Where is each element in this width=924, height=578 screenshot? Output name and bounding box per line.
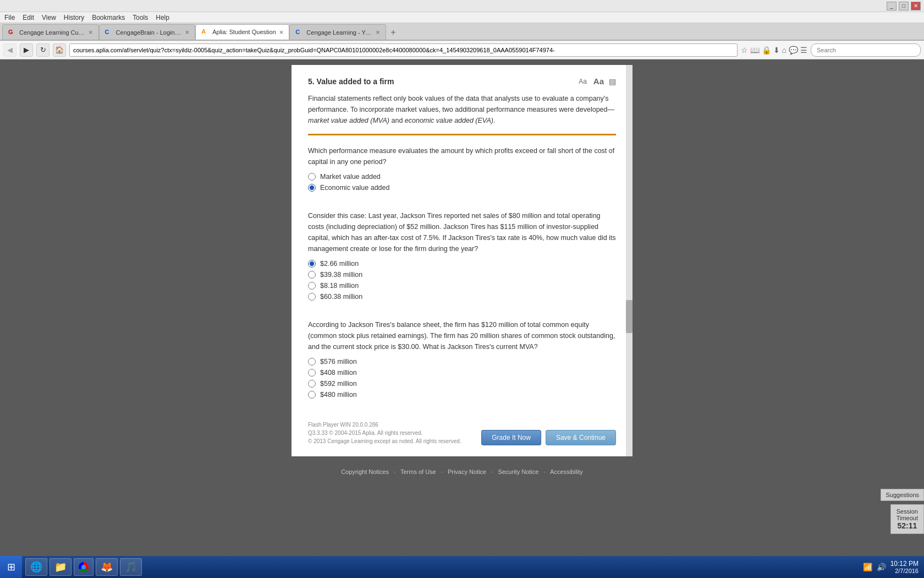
q3-option-a[interactable]: $576 million bbox=[308, 358, 616, 366]
taskbar-right: 📶 🔊 10:12 PM 2/7/2016 bbox=[857, 560, 924, 574]
menu-view[interactable]: View bbox=[42, 14, 56, 21]
reload-button[interactable]: ↻ bbox=[36, 43, 50, 57]
q1-label-a[interactable]: Market value added bbox=[320, 173, 381, 181]
menu-bookmarks[interactable]: Bookmarks bbox=[92, 14, 125, 21]
q3-label-a[interactable]: $576 million bbox=[320, 358, 357, 366]
print-icon[interactable]: ▤ bbox=[609, 77, 616, 86]
q2-label-c[interactable]: $8.18 million bbox=[320, 282, 359, 290]
q2-option-d[interactable]: $60.38 million bbox=[308, 293, 616, 301]
footer-buttons: Grade It Now Save & Continue bbox=[481, 430, 616, 445]
browser-titlebar: _ □ ✕ bbox=[0, 0, 924, 12]
q2-radio-d[interactable] bbox=[308, 293, 316, 301]
chat-icon[interactable]: 💬 bbox=[789, 46, 798, 54]
q2-label-d[interactable]: $60.38 million bbox=[320, 293, 362, 301]
question-title-text: Value added to a firm bbox=[317, 77, 394, 86]
tab-3-close[interactable]: × bbox=[279, 28, 284, 36]
address-icons: ☆ 📖 🔒 ⬇ ⌂ 💬 ☰ bbox=[741, 46, 807, 54]
suggestions-panel[interactable]: Suggestions bbox=[881, 489, 924, 501]
maximize-btn[interactable]: □ bbox=[899, 2, 909, 10]
q2-option-a[interactable]: $2.66 million bbox=[308, 260, 616, 268]
q3-radio-b[interactable] bbox=[308, 369, 316, 377]
home2-icon[interactable]: ⌂ bbox=[782, 46, 787, 54]
question-3-section: According to Jackson Tires's balance she… bbox=[308, 319, 616, 399]
menu-edit[interactable]: Edit bbox=[23, 14, 34, 21]
taskbar: ⊞ 🌐 📁 🦊 🎵 📶 🔊 10:12 PM 2/7/2016 bbox=[0, 556, 924, 578]
menu-history[interactable]: History bbox=[64, 14, 84, 21]
media-icon: 🎵 bbox=[125, 561, 137, 573]
q3-label-c[interactable]: $592 million bbox=[320, 380, 357, 388]
q1-radio-a[interactable] bbox=[308, 173, 316, 181]
tab-4-close[interactable]: × bbox=[376, 28, 380, 36]
tab-2-close[interactable]: × bbox=[185, 28, 190, 36]
q3-label-b[interactable]: $408 million bbox=[320, 369, 357, 377]
lock-icon[interactable]: 🔒 bbox=[762, 46, 771, 54]
bookmark-star-icon[interactable]: ☆ bbox=[741, 46, 748, 54]
clock: 10:12 PM 2/7/2016 bbox=[890, 560, 919, 574]
q1-radio-b[interactable] bbox=[308, 184, 316, 192]
taskbar-media-icon[interactable]: 🎵 bbox=[120, 558, 142, 576]
save-continue-button[interactable]: Save & Continue bbox=[546, 430, 616, 445]
passage-italic2: economic value added (EVA) bbox=[405, 117, 493, 124]
menu-file[interactable]: File bbox=[4, 14, 15, 21]
q3-radio-d[interactable] bbox=[308, 391, 316, 399]
q2-option-b[interactable]: $39.38 million bbox=[308, 271, 616, 279]
taskbar-chrome-icon[interactable] bbox=[74, 558, 94, 576]
tab-3[interactable]: A Aplia: Student Question × bbox=[195, 24, 289, 40]
q3-radio-c[interactable] bbox=[308, 380, 316, 388]
taskbar-ie-icon[interactable]: 🌐 bbox=[25, 558, 47, 576]
search-input[interactable] bbox=[811, 43, 921, 57]
menu-icon[interactable]: ☰ bbox=[800, 46, 807, 54]
q3-label-d[interactable]: $480 million bbox=[320, 391, 357, 399]
taskbar-folder-icon[interactable]: 📁 bbox=[50, 558, 72, 576]
footer-line1: Flash Player WIN 20.0.0.286 bbox=[308, 421, 461, 429]
footer-link-security[interactable]: Security Notice bbox=[498, 468, 538, 475]
quiz-container: 5. Value added to a firm Aa Aa ▤ Financi… bbox=[292, 65, 632, 456]
close-btn[interactable]: ✕ bbox=[911, 2, 921, 10]
footer-link-accessibility[interactable]: Accessibility bbox=[550, 468, 583, 475]
menu-help[interactable]: Help bbox=[156, 14, 169, 21]
footer-link-privacy[interactable]: Privacy Notice bbox=[448, 468, 486, 475]
download-icon[interactable]: ⬇ bbox=[773, 46, 780, 54]
q2-label-b[interactable]: $39.38 million bbox=[320, 271, 362, 279]
q3-option-d[interactable]: $480 million bbox=[308, 391, 616, 399]
q2-label-a[interactable]: $2.66 million bbox=[320, 260, 359, 268]
q3-option-c[interactable]: $592 million bbox=[308, 380, 616, 388]
scrollbar-thumb[interactable] bbox=[626, 300, 632, 333]
q2-radio-b[interactable] bbox=[308, 271, 316, 279]
minimize-btn[interactable]: _ bbox=[887, 2, 897, 10]
tab-2[interactable]: C CengageBrain - Login or Register × bbox=[99, 24, 196, 40]
forward-button[interactable]: ▶ bbox=[20, 43, 33, 57]
q2-radio-a[interactable] bbox=[308, 260, 316, 268]
grade-it-now-button[interactable]: Grade It Now bbox=[481, 430, 541, 445]
tab-1-close[interactable]: × bbox=[89, 28, 93, 36]
tab-4[interactable]: C Cengage Learning - Your Supp... × bbox=[289, 24, 386, 40]
folder-icon: 📁 bbox=[54, 561, 67, 573]
back-button[interactable]: ◀ bbox=[3, 43, 16, 57]
font-decrease-btn[interactable]: Aa bbox=[577, 77, 588, 86]
scrollbar-track[interactable] bbox=[626, 65, 632, 456]
question-title: 5. Value added to a firm bbox=[308, 77, 394, 86]
q1-text: Which performance measure evaluates the … bbox=[308, 145, 616, 167]
footer-link-copyright[interactable]: Copyright Notices bbox=[341, 468, 389, 475]
home-button[interactable]: 🏠 bbox=[53, 43, 66, 57]
q1-option-a[interactable]: Market value added bbox=[308, 173, 616, 181]
passage-italic1: market value added (MVA) bbox=[308, 117, 389, 124]
q3-radio-a[interactable] bbox=[308, 358, 316, 366]
q1-option-b[interactable]: Economic value added bbox=[308, 184, 616, 192]
footer-line2: Q3.3.33 © 2004-2015 Aplia. All rights re… bbox=[308, 429, 461, 437]
start-button[interactable]: ⊞ bbox=[0, 556, 22, 578]
url-bar[interactable] bbox=[69, 43, 738, 57]
q3-option-b[interactable]: $408 million bbox=[308, 369, 616, 377]
window-controls[interactable]: _ □ ✕ bbox=[887, 2, 921, 10]
tab-4-favicon: C bbox=[295, 29, 303, 36]
tab-1[interactable]: G Cengage Learning Custom... × bbox=[2, 24, 99, 40]
footer-link-terms[interactable]: Terms of Use bbox=[400, 468, 436, 475]
menu-tools[interactable]: Tools bbox=[133, 14, 148, 21]
q2-radio-c[interactable] bbox=[308, 282, 316, 290]
q1-label-b[interactable]: Economic value added bbox=[320, 184, 389, 192]
taskbar-firefox-icon[interactable]: 🦊 bbox=[96, 558, 118, 576]
reader-mode-icon[interactable]: 📖 bbox=[750, 46, 760, 54]
new-tab-button[interactable]: + bbox=[386, 25, 400, 40]
font-increase-btn[interactable]: Aa bbox=[592, 76, 606, 86]
q2-option-c[interactable]: $8.18 million bbox=[308, 282, 616, 290]
